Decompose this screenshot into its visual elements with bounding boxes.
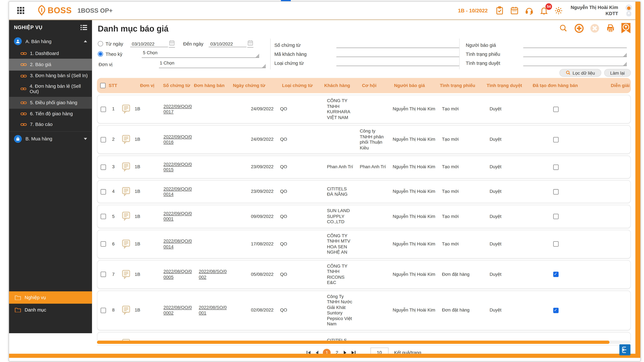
ma-khach-hang-input[interactable] [336, 50, 459, 57]
don-vi-select[interactable]: 1 Chọn [159, 60, 266, 68]
note-bubble-icon[interactable] [118, 162, 134, 172]
note-bubble-icon[interactable] [118, 211, 134, 221]
da-tao-checkbox[interactable] [553, 106, 558, 112]
da-tao-checkbox[interactable] [553, 272, 558, 277]
search-icon[interactable] [558, 23, 568, 33]
table-row[interactable]: 3 1B 2022/09/QO/00015 23/09/2022 QO Phan… [97, 155, 631, 179]
table-row[interactable]: 2 1B 2022/09/QO/00016 24/09/2022 QO Công… [97, 125, 631, 154]
sidebar-section-label: B. Mua hàng [26, 136, 52, 141]
table-row[interactable]: 9 1B 2022/07/QO/0 19/07/2022 QO CITITELS… [97, 332, 631, 341]
theo-ky-select[interactable]: 5 Chọn [142, 50, 259, 58]
row-checkbox[interactable] [100, 241, 106, 247]
tinh-trang-phieu-select[interactable] [523, 50, 627, 57]
row-stt: 4 [109, 189, 118, 194]
clear-icon[interactable] [590, 23, 600, 33]
table-row[interactable]: 5 1B 2022/09/QO/00001 09/09/2022 QO SUN … [97, 205, 631, 228]
note-bubble-icon[interactable] [118, 338, 134, 341]
reset-button[interactable]: Làm lại [604, 69, 631, 77]
sidebar-item-dieu-phoi[interactable]: 5. Điều phối giao hàng [9, 97, 92, 109]
table-row[interactable]: 1 1B 2022/09/QO/00017 24/09/2022 QO CÔNG… [97, 95, 631, 123]
row-checkbox[interactable] [100, 272, 106, 277]
note-bubble-icon[interactable] [118, 239, 134, 249]
menu-list-icon[interactable] [80, 24, 87, 30]
den-ngay-input[interactable]: 03/10/2022 [208, 40, 246, 47]
doc-number-link[interactable]: 2022/08/QO/00005 [161, 269, 194, 280]
notifications-bell-icon[interactable]: 54 [540, 6, 548, 15]
row-checkbox[interactable] [100, 214, 106, 219]
user-avatar[interactable] [624, 4, 634, 17]
tasks-icon[interactable] [495, 6, 504, 15]
doc-number-link[interactable]: 2022/08/QO/00002 [161, 305, 194, 316]
row-checkbox[interactable] [100, 164, 106, 170]
sidebar-item-sell-in[interactable]: 3. Đơn hàng bán sỉ (Sell In) [9, 71, 92, 81]
doc-number-link[interactable]: 2022/09/QO/00014 [161, 186, 194, 197]
sidebar-section-ban-hang[interactable]: A. Bán hàng [9, 34, 92, 48]
apps-grid-icon[interactable] [17, 7, 24, 14]
calendar-picker-icon[interactable] [169, 40, 175, 48]
calendar-picker-icon[interactable] [247, 40, 253, 48]
da-tao-checkbox[interactable] [553, 308, 558, 313]
col-da-tao-don-hang-ban: Đã tạo đơn hàng bán [527, 83, 584, 88]
scrollbar-thumb[interactable] [97, 341, 610, 344]
row-ngay-chung-tu: 24/09/2022 [226, 137, 274, 142]
user-info[interactable]: Nguyễn Thị Hoài Kim KDTT [570, 4, 618, 16]
note-bubble-icon[interactable] [118, 305, 134, 315]
loai-chung-tu-input[interactable] [336, 59, 459, 66]
row-nguoi-bao-gia: Nguyễn Thị Hoài Kim [386, 214, 434, 219]
sales-order-link[interactable]: 2022/08/SO/0001 [194, 305, 225, 316]
note-bubble-icon[interactable] [118, 269, 134, 279]
footer-item-danh-muc[interactable]: Danh mục [9, 304, 92, 316]
da-tao-checkbox[interactable] [553, 241, 558, 247]
row-don-vi: 1B [134, 164, 161, 170]
note-bubble-icon[interactable] [118, 187, 134, 197]
note-bubble-icon[interactable] [118, 104, 134, 114]
sidebar-item-sell-out[interactable]: 4. Đơn hàng bán lẻ (Sell Out) [9, 81, 92, 97]
da-tao-checkbox[interactable] [553, 164, 558, 170]
sidebar-item-tien-do[interactable]: 6. Tiến độ giao hàng [9, 109, 92, 119]
tu-ngay-input[interactable]: 03/10/2022 [130, 40, 168, 47]
calendar-icon[interactable] [510, 6, 519, 15]
da-tao-checkbox[interactable] [553, 214, 558, 219]
doc-number-link[interactable]: 2022/08/QO/00014 [161, 239, 194, 250]
doc-number-link[interactable]: 2022/09/QO/00001 [161, 211, 194, 222]
table-row[interactable]: 6 1B 2022/08/QO/00014 17/08/2022 QO CÔNG… [97, 230, 631, 258]
da-tao-checkbox[interactable] [553, 137, 558, 142]
print-icon[interactable] [605, 23, 615, 33]
row-stt: 1 [109, 106, 118, 112]
headset-icon[interactable] [524, 6, 534, 15]
sales-order-link[interactable]: 2022/08/SO/0002 [194, 269, 225, 280]
sidebar-item-bao-gia[interactable]: 2. Báo giá [9, 59, 92, 71]
filter-data-button[interactable]: Lọc dữ liệu [560, 69, 601, 77]
table-row[interactable]: 7 1B 2022/08/QO/00005 2022/08/SO/0002 05… [97, 260, 631, 289]
doc-number-link[interactable]: 2022/09/QO/00016 [161, 134, 194, 145]
row-checkbox[interactable] [100, 137, 106, 142]
doc-number-link[interactable]: 2022/09/QO/00017 [161, 104, 194, 115]
horizontal-scrollbar[interactable] [97, 341, 631, 344]
note-bubble-icon[interactable] [118, 135, 134, 144]
table-row[interactable]: 4 1B 2022/09/QO/00014 23/09/2022 QO CITI… [97, 180, 631, 203]
theo-ky-label: Theo kỳ [106, 51, 122, 56]
sidebar-item-dashboard[interactable]: 1. DashBoard [9, 48, 92, 59]
da-tao-checkbox[interactable] [553, 189, 558, 194]
sidebar-section-mua-hang[interactable]: B. Mua hàng [9, 131, 92, 146]
so-chung-tu-input[interactable] [336, 41, 459, 48]
table-row[interactable]: 8 1B 2022/08/QO/00002 2022/08/SO/0001 02… [97, 290, 631, 330]
sidebar-item-bao-cao[interactable]: 7. Báo cáo [9, 119, 92, 129]
row-checkbox[interactable] [100, 308, 106, 313]
settings-gear-icon[interactable] [554, 6, 563, 15]
row-checkbox[interactable] [100, 106, 106, 112]
logout-button[interactable] [619, 344, 630, 356]
row-ngay-chung-tu: 24/09/2022 [226, 106, 274, 112]
add-icon[interactable] [574, 23, 584, 33]
theo-ky-radio[interactable] [98, 51, 103, 57]
period-label[interactable]: 1B - 10/2022 [458, 7, 488, 13]
filter-bookmark-icon[interactable] [621, 23, 631, 33]
footer-item-nghiep-vu[interactable]: Nghiệp vụ [9, 291, 92, 304]
tu-ngay-radio[interactable] [98, 41, 103, 46]
doc-number-link[interactable]: 2022/09/QO/00015 [161, 161, 194, 173]
nguoi-bao-gia-input[interactable] [523, 41, 627, 48]
row-checkbox[interactable] [100, 189, 106, 194]
row-co-hoi: Công ty TNHH phân phối Thuận Kiều [353, 128, 386, 151]
select-all-checkbox[interactable] [100, 83, 105, 88]
tinh-trang-duyet-select[interactable] [523, 59, 627, 66]
